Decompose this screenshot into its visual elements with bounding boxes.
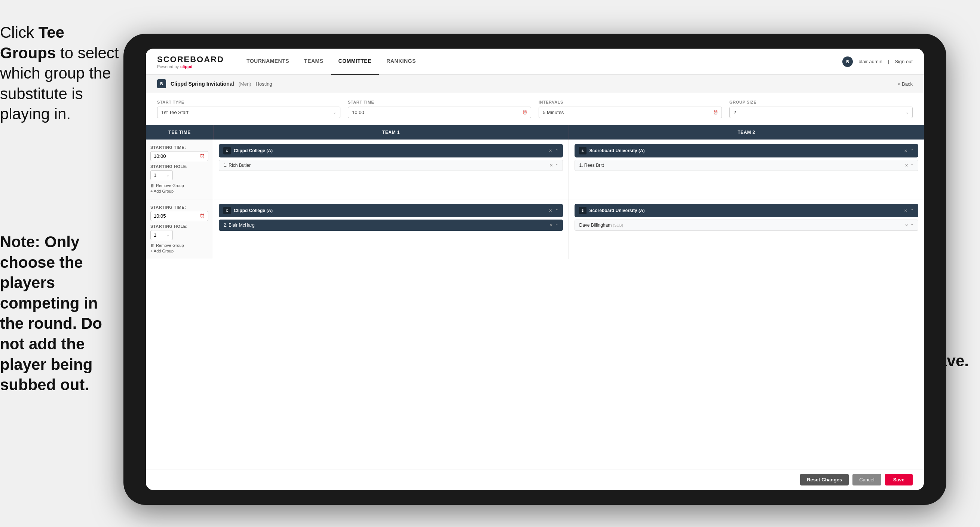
logo-powered: Powered by clippd — [157, 64, 224, 69]
annotation-note-prefix: Note: — [0, 233, 45, 251]
nav-right: B blair admin | Sign out — [842, 56, 913, 67]
save-button[interactable]: Save — [885, 474, 913, 486]
team-name-2-2: Scoreboard University (A) — [590, 208, 645, 213]
group-row-2: STARTING TIME: 10:05 ⏰ STARTING HOLE: 1 … — [146, 199, 924, 259]
annotation-note-bold: Only choose the players competing in the… — [0, 233, 102, 393]
player-x-icon-sub: ✕ — [905, 223, 908, 228]
team-badge-1-1: C — [223, 147, 231, 154]
player-chevron-icon-h: ⌃ — [555, 223, 558, 228]
add-group-btn-1[interactable]: + Add Group — [150, 189, 208, 193]
breadcrumb-tournament: Clippd Spring Invitational — [170, 81, 234, 87]
intervals-input[interactable]: 5 Minutes ⏰ — [539, 107, 722, 118]
reset-changes-button[interactable]: Reset Changes — [800, 474, 849, 486]
group-time-input-2[interactable]: 10:05 ⏰ — [150, 211, 208, 221]
team-card-2-1[interactable]: S Scoreboard University (A) ✕ ⌃ — [574, 144, 919, 158]
groups-container: STARTING TIME: 10:00 ⏰ STARTING HOLE: 1 … — [146, 140, 924, 469]
team-card-left-2-1: S Scoreboard University (A) — [579, 147, 645, 154]
starting-time-label-2: STARTING TIME: — [150, 205, 208, 209]
player-x-icon-h: ✕ — [549, 223, 553, 228]
x-icon-2-2: ✕ — [904, 209, 907, 213]
player-name-sub: Dave Billingham (SUB) — [579, 223, 623, 228]
intervals-clock-icon: ⏰ — [713, 110, 718, 115]
intervals-value: 5 Minutes — [543, 110, 564, 115]
group-team1-1: C Clippd College (A) ✕ ⌃ 1. Rich Butler — [213, 140, 569, 199]
navbar: SCOREBOARD Powered by clippd TOURNAMENTS… — [146, 49, 924, 75]
hole-input-2[interactable]: 1 ⌄ — [150, 230, 173, 240]
group-time-value-2: 10:05 — [154, 213, 166, 219]
sign-out-link[interactable]: Sign out — [895, 59, 913, 64]
tablet-device: SCOREBOARD Powered by clippd TOURNAMENTS… — [123, 33, 947, 505]
chevron-up-icon-1-1: ⌃ — [555, 148, 558, 153]
time-clock-icon-2: ⏰ — [200, 213, 205, 218]
player-chevron-icon-sub: ⌃ — [910, 223, 913, 228]
nav-links: TOURNAMENTS TEAMS COMMITTEE RANKINGS — [239, 49, 842, 75]
team-card-left-1-2: C Clippd College (A) — [223, 207, 273, 214]
pipe-separator: | — [888, 59, 889, 64]
breadcrumb-badge: B — [157, 79, 166, 88]
player-row-highlighted-1-2: 2. Blair McHarg ✕ ⌃ — [219, 220, 563, 231]
breadcrumb-hosting: Hosting — [256, 81, 272, 87]
player-row-sub: Dave Billingham (SUB) ✕ ⌃ — [574, 220, 919, 231]
group-row: STARTING TIME: 10:00 ⏰ STARTING HOLE: 1 … — [146, 140, 924, 199]
team2-header: Team 2 — [568, 125, 924, 140]
add-group-btn-2[interactable]: + Add Group — [150, 249, 208, 253]
x-icon-1-1: ✕ — [549, 148, 552, 153]
hole-value-1: 1 — [154, 172, 156, 178]
chevron-up-icon-2-2: ⌃ — [910, 209, 914, 213]
player-x-icon-2: ✕ — [905, 163, 908, 168]
nav-committee[interactable]: COMMITTEE — [331, 49, 379, 75]
group-team2-1: S Scoreboard University (A) ✕ ⌃ 1. Rees … — [569, 140, 924, 199]
group-actions-1: 🗑 Remove Group + Add Group — [150, 183, 208, 193]
player-name-highlighted: 2. Blair McHarg — [224, 223, 255, 228]
nav-tournaments[interactable]: TOURNAMENTS — [239, 49, 297, 75]
player-row-1-1: 1. Rich Butler ✕ ⌃ — [219, 160, 563, 171]
cancel-button[interactable]: Cancel — [853, 474, 881, 486]
breadcrumb-bar: B Clippd Spring Invitational (Men) Hosti… — [146, 75, 924, 93]
chevron-up-icon-2-1: ⌃ — [910, 148, 914, 153]
team-card-right-1-1: ✕ ⌃ — [549, 148, 558, 153]
admin-avatar: B — [842, 56, 853, 67]
annotation-click: Click — [0, 24, 38, 41]
group-actions-2: 🗑 Remove Group + Add Group — [150, 243, 208, 253]
logo-clippd: clippd — [180, 64, 192, 69]
team-badge-2-2: S — [579, 207, 587, 214]
logo-area: SCOREBOARD Powered by clippd — [157, 55, 224, 69]
hole-input-1[interactable]: 1 ⌄ — [150, 170, 173, 180]
team-card-right-2-1: ✕ ⌃ — [904, 148, 914, 153]
team-card-1-2[interactable]: C Clippd College (A) ✕ ⌃ — [219, 204, 563, 217]
team-card-2-2[interactable]: S Scoreboard University (A) ✕ ⌃ — [574, 204, 919, 217]
remove-group-btn-1[interactable]: 🗑 Remove Group — [150, 183, 208, 188]
start-type-label: Start Type — [157, 100, 340, 104]
start-type-input[interactable]: 1st Tee Start ⌄ — [157, 107, 340, 118]
player-chevron-icon: ⌃ — [555, 164, 558, 167]
hole-value-2: 1 — [154, 232, 156, 238]
team-name-1-2: Clippd College (A) — [234, 208, 273, 213]
breadcrumb-left: B Clippd Spring Invitational (Men) Hosti… — [157, 79, 272, 88]
admin-name: blair admin — [858, 59, 882, 64]
team-card-1-1[interactable]: C Clippd College (A) ✕ ⌃ — [219, 144, 563, 158]
team1-header: Team 1 — [213, 125, 568, 140]
intervals-label: Intervals — [539, 100, 722, 104]
group-time-input-1[interactable]: 10:00 ⏰ — [150, 151, 208, 161]
starting-time-label-1: STARTING TIME: — [150, 145, 208, 150]
group-size-value: 2 — [733, 110, 736, 115]
team-badge-2-1: S — [579, 147, 587, 154]
annotation-left-top: Click Tee Groups to select which group t… — [0, 22, 120, 124]
logo-scoreboard: SCOREBOARD — [157, 55, 224, 64]
group-team1-2: C Clippd College (A) ✕ ⌃ 2. Blair McHarg — [213, 199, 569, 259]
nav-teams[interactable]: TEAMS — [297, 49, 331, 75]
chevron-down-icon: ⌄ — [333, 110, 336, 115]
back-button[interactable]: < Back — [898, 81, 913, 87]
group-size-input[interactable]: 2 ⌄ — [729, 107, 913, 118]
footer-bar: Reset Changes Cancel Save — [146, 469, 924, 490]
intervals-group: Intervals 5 Minutes ⏰ — [539, 100, 722, 118]
start-time-input[interactable]: 10:00 ⏰ — [348, 107, 531, 118]
starting-hole-label-2: STARTING HOLE: — [150, 224, 208, 229]
team-name-1-1: Clippd College (A) — [234, 148, 273, 153]
tee-time-header: Tee Time — [146, 125, 213, 140]
group-team2-2: S Scoreboard University (A) ✕ ⌃ Dave Bil… — [569, 199, 924, 259]
time-clock-icon: ⏰ — [200, 154, 205, 159]
nav-rankings[interactable]: RANKINGS — [379, 49, 423, 75]
player-chevron-icon-2: ⌃ — [910, 164, 913, 167]
remove-group-btn-2[interactable]: 🗑 Remove Group — [150, 243, 208, 248]
